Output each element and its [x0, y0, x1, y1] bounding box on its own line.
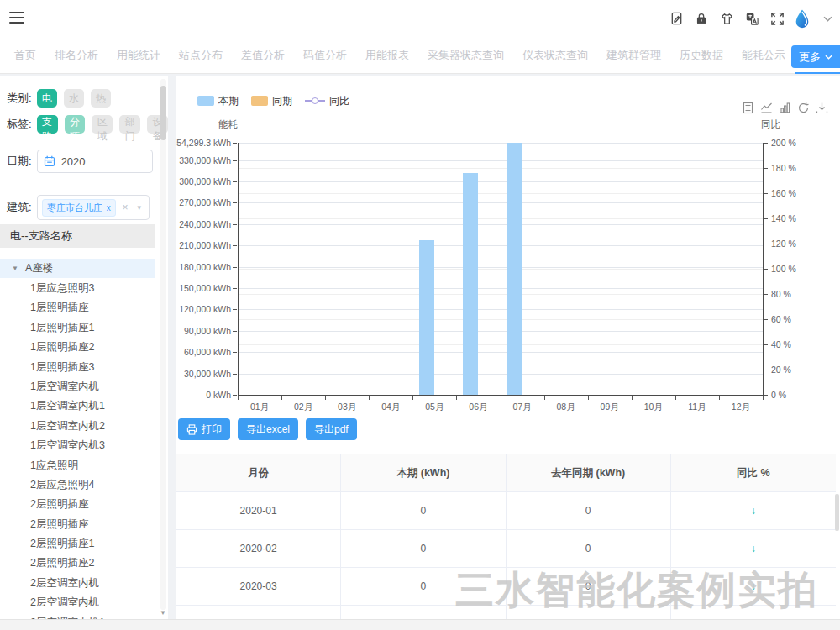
select-caret-icon[interactable]: ▼: [136, 204, 143, 212]
axis-tick-label: 06月: [457, 402, 499, 413]
tree-item[interactable]: 1层照明插座3: [0, 358, 155, 377]
axis-tick: [233, 143, 237, 144]
bar-07月[interactable]: [507, 143, 522, 395]
tree-node-root[interactable]: ▼ A座楼: [0, 259, 155, 278]
tab-list: 首页排名分析用能统计站点分布差值分析码值分析用能报表采集器状态查询仪表状态查询建…: [5, 39, 840, 74]
tree-item[interactable]: 1层空调室内机2: [0, 417, 155, 436]
language-icon[interactable]: [743, 8, 761, 29]
axis-tick-label: 120 %: [771, 239, 796, 249]
print-button[interactable]: 打印: [178, 418, 230, 440]
category-button[interactable]: 热: [91, 89, 111, 108]
date-input[interactable]: 2020: [37, 150, 153, 173]
tag-button[interactable]: 区域: [92, 115, 113, 134]
tree-item[interactable]: 1层照明插座2: [0, 338, 155, 357]
tree-item[interactable]: 2层空调室内机: [0, 574, 155, 593]
tree-item[interactable]: 1层空调室内机: [0, 377, 155, 396]
tab-item[interactable]: 站点分布: [170, 39, 232, 74]
axis-tick-label: 30,000 kWh: [184, 369, 231, 379]
more-label: 更多: [799, 50, 821, 65]
axis-tick: [233, 395, 237, 396]
category-button[interactable]: 水: [64, 89, 84, 108]
axis-tick-label: 12月: [720, 402, 762, 413]
axis-tick: [675, 396, 676, 400]
axis-tick-label: 100 %: [771, 264, 796, 274]
gridline: [238, 267, 763, 268]
category-buttons: 电水热: [37, 89, 111, 108]
table-row[interactable]: 2020-0300↓: [176, 568, 836, 606]
table-row[interactable]: 2020-0200↓: [176, 530, 836, 568]
axis-tick: [764, 269, 768, 270]
tab-item[interactable]: 历史数据: [670, 39, 732, 74]
building-select[interactable]: 枣庄市台儿庄 x × ▼: [37, 195, 150, 220]
theme-shirt-icon[interactable]: [717, 8, 736, 29]
axis-tick-label: 0 kWh: [206, 390, 231, 400]
gridline: [238, 168, 763, 169]
bar-06月[interactable]: [463, 173, 478, 395]
main-panel: 本期同期同比 能耗 同比 0 %20 %40 %60 %80 %100 %120…: [176, 76, 840, 619]
tag-button[interactable]: 支路: [37, 115, 58, 134]
axis-tick: [764, 193, 768, 194]
tree-item[interactable]: 2层照明插座1: [0, 534, 155, 554]
tab-item[interactable]: 建筑群管理: [597, 39, 670, 74]
axis-tick: [233, 309, 237, 310]
sidebar-scrollbar-track[interactable]: [160, 79, 166, 610]
gridline: [238, 193, 763, 194]
export-excel-button[interactable]: 导出excel: [238, 418, 298, 440]
tag-button[interactable]: 分项: [65, 115, 86, 134]
category-button[interactable]: 电: [37, 89, 57, 108]
tree-item[interactable]: 2层照明插座2: [0, 554, 155, 573]
tab-item[interactable]: 采集器状态查询: [418, 39, 513, 74]
tab-item[interactable]: 用能报表: [356, 39, 418, 74]
tree-item[interactable]: 1层照明插座1: [0, 318, 155, 338]
axis-tick-label: 90,000 kWh: [184, 326, 231, 336]
category-label: 类别:: [7, 91, 32, 106]
axis-tick-label: 40 %: [771, 339, 791, 349]
table-scrollbar-thumb[interactable]: [835, 494, 839, 531]
tree-item[interactable]: 1层空调室内机3: [0, 436, 155, 455]
cell-previous: 0: [507, 492, 671, 529]
cell-trend-arrow: ↓: [671, 492, 836, 529]
tab-item[interactable]: 用能统计: [108, 39, 170, 74]
bar-05月[interactable]: [419, 240, 434, 395]
tab-item[interactable]: 仪表状态查询: [513, 39, 597, 74]
edit-note-icon[interactable]: [667, 8, 685, 29]
tree-item[interactable]: 2层空调室内机1: [0, 613, 155, 619]
tab-item[interactable]: 首页: [5, 39, 45, 74]
tab-item[interactable]: 能耗公示: [732, 39, 795, 74]
axis-tick: [456, 396, 457, 400]
fullscreen-icon[interactable]: [768, 8, 786, 29]
tree-item[interactable]: 1层空调室内机1: [0, 396, 155, 416]
tree-root-label: A座楼: [25, 261, 53, 276]
tree-item[interactable]: 1层照明插座: [0, 298, 155, 318]
axis-tick-label: 240,000 kWh: [179, 219, 231, 229]
tab-item[interactable]: 码值分析: [294, 39, 356, 74]
tree-item[interactable]: 1层应急照明3: [0, 279, 155, 298]
gridline: [238, 269, 763, 270]
tree-item[interactable]: 2层空调室内机: [0, 593, 155, 612]
axis-tick: [238, 396, 239, 400]
tag-close-icon[interactable]: x: [107, 203, 111, 213]
tree-item[interactable]: 2层应急照明4: [0, 475, 155, 495]
menu-icon[interactable]: [9, 12, 24, 25]
tree-item[interactable]: 1应急照明: [0, 456, 155, 475]
more-button[interactable]: 更多: [791, 45, 840, 68]
axis-tick: [281, 396, 282, 400]
sidebar-scrollbar-thumb[interactable]: [160, 86, 166, 140]
clear-icon[interactable]: ×: [123, 202, 129, 213]
tree-item[interactable]: 2层照明插座: [0, 515, 155, 534]
table-row[interactable]: 2020-0100↓: [176, 492, 836, 530]
axis-tick: [233, 160, 237, 161]
lock-icon[interactable]: [692, 8, 711, 29]
horizontal-scrollbar[interactable]: [0, 619, 840, 630]
tag-button[interactable]: 部门: [119, 115, 140, 134]
export-pdf-button[interactable]: 导出pdf: [306, 418, 357, 440]
table-header-row: 月份本期 (kWh)去年同期 (kWh)同比 %: [176, 454, 836, 492]
tree-item[interactable]: 2层照明插座: [0, 495, 155, 514]
chevron-down-icon[interactable]: [818, 8, 837, 29]
gridline: [238, 319, 763, 320]
table-row[interactable]: 2020-0400↓: [176, 606, 836, 619]
tab-item[interactable]: 差值分析: [232, 39, 294, 74]
scroll-down-icon[interactable]: ▼: [160, 609, 166, 617]
axis-tick-label: 10月: [633, 402, 675, 413]
tab-item[interactable]: 排名分析: [45, 39, 108, 74]
